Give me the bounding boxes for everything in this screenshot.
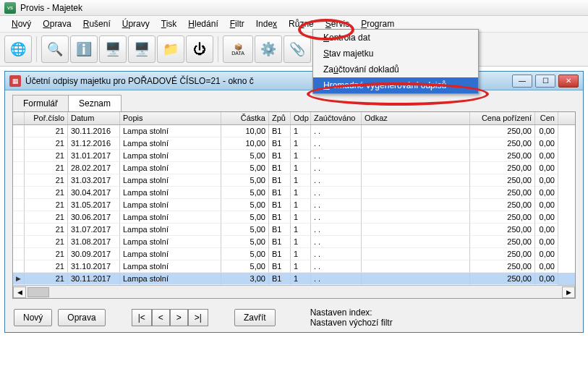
menu-ruseni[interactable]: Rušení xyxy=(77,17,116,30)
cell: 5,00 xyxy=(221,248,269,260)
cell: 250,00 xyxy=(470,273,535,285)
col-odkaz[interactable]: Odkaz xyxy=(362,112,470,124)
col-popis[interactable]: Popis xyxy=(120,112,221,124)
cell: Lampa stolní xyxy=(120,273,221,285)
table-row[interactable]: 2130.11.2016Lampa stolní10,00B11. .250,0… xyxy=(13,125,575,137)
cell: 30.11.2016 xyxy=(68,125,120,137)
cell: 0,00 xyxy=(535,199,558,211)
scroll-thumb[interactable] xyxy=(27,287,49,297)
toolbar-pc2-icon[interactable]: 🖥️ xyxy=(128,35,155,63)
cell: 21 xyxy=(25,187,68,199)
cell: 250,00 xyxy=(470,125,535,137)
cell: 21 xyxy=(25,260,68,273)
cell: Lampa stolní xyxy=(120,248,221,260)
col-datum[interactable]: Datum xyxy=(68,112,120,124)
cell: 5,00 xyxy=(221,162,269,174)
cell: 0,00 xyxy=(535,187,558,199)
menu-filtr[interactable]: Filtr xyxy=(224,17,250,30)
toolbar-gear-icon[interactable]: ⚙️ xyxy=(255,35,282,63)
col-cena-porizeni[interactable]: Cena pořízení xyxy=(470,112,535,124)
grid-header-row: Poř.číslo Datum Popis Částka Způ Odp Zaú… xyxy=(13,112,575,125)
table-row[interactable]: 2131.10.2017Lampa stolní5,00B11. .250,00… xyxy=(13,260,575,273)
table-row[interactable]: 2128.02.2017Lampa stolní5,00B11. .250,00… xyxy=(13,162,575,174)
cell: 3,00 xyxy=(221,273,269,285)
col-zauctovano[interactable]: Zaúčtováno xyxy=(311,112,362,124)
toolbar-info-icon[interactable]: ℹ️ xyxy=(70,35,98,63)
table-row[interactable]: 2130.04.2017Lampa stolní5,00B11. .250,00… xyxy=(13,187,575,199)
col-marker[interactable] xyxy=(13,112,25,124)
toolbar-clip-icon[interactable]: 📎 xyxy=(284,35,311,63)
cell xyxy=(13,174,25,187)
col-zpu[interactable]: Způ xyxy=(269,112,291,124)
menu-novy[interactable]: Nový xyxy=(6,17,37,30)
cell: 31.12.2016 xyxy=(68,137,120,150)
table-row[interactable]: 2130.06.2017Lampa stolní5,00B11. .250,00… xyxy=(13,211,575,224)
nav-prev-button[interactable]: < xyxy=(152,309,170,326)
dropdown-kontrola-dat[interactable]: Kontrola dat xyxy=(313,30,478,46)
cell: 10,00 xyxy=(221,125,269,137)
cell xyxy=(13,137,25,150)
dropdown-zauctovani-dokladu[interactable]: Zaúčtování dokladů xyxy=(313,61,478,77)
toolbar-power-icon[interactable]: ⏻ xyxy=(186,35,213,63)
cell: . . xyxy=(311,187,362,199)
cell: 5,00 xyxy=(221,260,269,273)
cell: ▶ xyxy=(13,273,25,285)
col-por-cislo[interactable]: Poř.číslo xyxy=(25,112,68,124)
dropdown-stav-majetku[interactable]: Stav majetku xyxy=(313,46,478,61)
zavrit-button[interactable]: Zavřít xyxy=(234,309,276,326)
table-row[interactable]: 2131.12.2016Lampa stolní10,00B11. .250,0… xyxy=(13,137,575,150)
oprava-button[interactable]: Oprava xyxy=(58,309,105,326)
cell: . . xyxy=(311,199,362,211)
tab-formular[interactable]: Formulář xyxy=(12,95,69,111)
cell: 21 xyxy=(25,162,68,174)
table-row[interactable]: 2131.05.2017Lampa stolní5,00B11. .250,00… xyxy=(13,199,575,211)
cell: 1 xyxy=(291,150,311,162)
cell: 30.09.2017 xyxy=(68,248,120,260)
col-odp[interactable]: Odp xyxy=(291,112,311,124)
nav-next-button[interactable]: > xyxy=(170,309,188,326)
toolbar-data-icon[interactable]: 📦DATA xyxy=(223,35,253,63)
status-line-2: Nastaven výchozí filtr xyxy=(310,318,393,328)
nav-last-button[interactable]: >| xyxy=(188,309,208,326)
col-cen[interactable]: Cen xyxy=(535,112,558,124)
table-row[interactable]: 2130.09.2017Lampa stolní5,00B11. .250,00… xyxy=(13,248,575,260)
cell: Lampa stolní xyxy=(120,260,221,273)
menu-oprava[interactable]: Oprava xyxy=(37,17,77,30)
dropdown-hromadne-vygenerovani[interactable]: Hromadné vygenerování odpisů xyxy=(313,77,478,93)
subwindow-maximize-button[interactable]: ☐ xyxy=(535,75,555,88)
table-row[interactable]: 2131.01.2017Lampa stolní5,00B11. .250,00… xyxy=(13,150,575,162)
nav-first-button[interactable]: |< xyxy=(132,309,152,326)
cell: 31.10.2017 xyxy=(68,260,120,273)
cell: 250,00 xyxy=(470,260,535,273)
table-row[interactable]: 2131.08.2017Lampa stolní5,00B11. .250,00… xyxy=(13,236,575,248)
nav-buttons: |< < > >| xyxy=(132,309,208,326)
toolbar-globe-icon[interactable]: 🌐 xyxy=(4,35,32,63)
toolbar-pc1-icon[interactable]: 🖥️ xyxy=(99,35,127,63)
col-castka[interactable]: Částka xyxy=(221,112,269,124)
scroll-right-icon[interactable]: ▶ xyxy=(562,286,575,298)
novy-button[interactable]: Nový xyxy=(14,309,52,326)
cell: B1 xyxy=(269,199,291,211)
toolbar-folder-icon[interactable]: 📁 xyxy=(157,35,184,63)
menu-tisk[interactable]: Tisk xyxy=(155,17,183,30)
cell: 1 xyxy=(291,248,311,260)
cell xyxy=(13,260,25,273)
cell: 0,00 xyxy=(535,273,558,285)
toolbar-separator xyxy=(218,36,218,62)
menu-hledani[interactable]: Hledání xyxy=(182,17,223,30)
cell: . . xyxy=(311,273,362,285)
table-row[interactable]: ▶2130.11.2017Lampa stolní3,00B11. .250,0… xyxy=(13,273,575,285)
menu-index[interactable]: Index xyxy=(250,17,283,30)
scroll-left-icon[interactable]: ◀ xyxy=(13,286,26,298)
menu-upravy[interactable]: Úpravy xyxy=(116,17,155,30)
subwindow-minimize-button[interactable]: — xyxy=(512,75,532,88)
subwindow-close-button[interactable]: ✕ xyxy=(558,75,579,88)
toolbar-search-icon[interactable]: 🔍 xyxy=(41,35,69,63)
horizontal-scrollbar[interactable]: ◀ ▶ xyxy=(13,285,575,298)
table-row[interactable]: 2131.03.2017Lampa stolní5,00B11. .250,00… xyxy=(13,174,575,187)
table-row[interactable]: 2131.07.2017Lampa stolní5,00B11. .250,00… xyxy=(13,224,575,236)
cell xyxy=(13,224,25,236)
cell xyxy=(13,248,25,260)
cell: 21 xyxy=(25,211,68,224)
tab-seznam[interactable]: Seznam xyxy=(68,95,122,111)
